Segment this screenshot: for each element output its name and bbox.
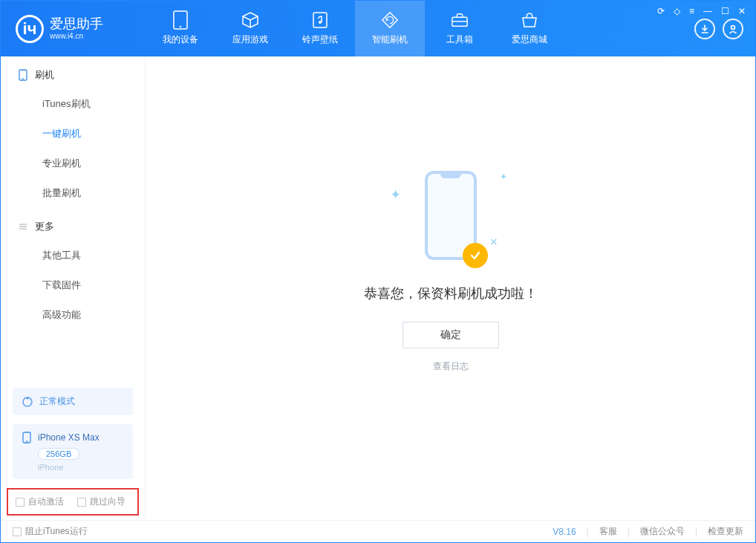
- view-log-link[interactable]: 查看日志: [433, 360, 469, 373]
- sidebar-item-onekey-flash[interactable]: 一键刷机: [1, 119, 145, 149]
- music-icon: [311, 11, 329, 29]
- logo-icon: iч: [16, 15, 44, 43]
- sidebar-section-flash: 刷机: [1, 56, 145, 89]
- svg-point-1: [180, 26, 181, 27]
- maximize-button[interactable]: ☐: [720, 4, 731, 18]
- success-message: 恭喜您，保资料刷机成功啦！: [364, 284, 538, 302]
- window-controls: ⟳ ◇ ≡ — ☐ ✕: [656, 4, 747, 18]
- nav-ringtones-wallpapers[interactable]: 铃声壁纸: [285, 1, 355, 56]
- wechat-link[interactable]: 微信公众号: [640, 525, 685, 538]
- logo[interactable]: iч 爱思助手 www.i4.cn: [1, 15, 146, 43]
- sparkle-icon: +: [484, 233, 503, 251]
- svg-point-14: [30, 403, 31, 404]
- flash-options-highlight: 自动激活 跳过向导: [7, 488, 139, 516]
- close-button[interactable]: ✕: [737, 4, 747, 18]
- nav-toolbox[interactable]: 工具箱: [425, 1, 495, 56]
- spinner-icon: [22, 396, 33, 408]
- device-mode[interactable]: 正常模式: [13, 388, 133, 415]
- menu-icon[interactable]: ≡: [688, 4, 696, 18]
- device-storage: 256GB: [38, 448, 79, 460]
- menu-icon: [19, 222, 27, 231]
- svg-point-6: [731, 25, 735, 29]
- download-button[interactable]: [694, 19, 715, 39]
- sidebar-item-other-tools[interactable]: 其他工具: [1, 241, 145, 270]
- support-link[interactable]: 客服: [599, 525, 617, 538]
- device-type: iPhone: [38, 463, 124, 472]
- app-header: iч 爱思助手 www.i4.cn 我的设备 应用游戏 铃声壁纸 智能刷机 工具…: [1, 1, 755, 56]
- shop-icon: [521, 11, 538, 29]
- svg-point-13: [27, 397, 29, 399]
- status-bar: 阻止iTunes运行 V8.16 | 客服 | 微信公众号 | 检查更新: [1, 520, 755, 542]
- check-badge-icon: [463, 243, 488, 268]
- device-icon: [172, 11, 189, 29]
- sidebar-item-advanced[interactable]: 高级功能: [1, 300, 145, 330]
- app-title: 爱思助手: [50, 17, 103, 32]
- svg-point-3: [319, 21, 322, 24]
- sparkle-icon: ✦: [500, 172, 507, 182]
- device-info[interactable]: iPhone XS Max 256GB iPhone: [13, 424, 133, 479]
- refresh-icon: [381, 11, 399, 29]
- sidebar-item-batch-flash[interactable]: 批量刷机: [1, 178, 145, 208]
- app-url: www.i4.cn: [50, 32, 103, 40]
- sidebar-item-itunes-flash[interactable]: iTunes刷机: [1, 89, 145, 119]
- sidebar-item-pro-flash[interactable]: 专业刷机: [1, 149, 145, 178]
- nav-smart-flash[interactable]: 智能刷机: [355, 1, 425, 56]
- phone-icon: [19, 69, 27, 81]
- sidebar-item-download-firmware[interactable]: 下载固件: [1, 270, 145, 300]
- nav-my-device[interactable]: 我的设备: [146, 1, 215, 56]
- header-actions: [694, 19, 755, 39]
- minimize-button[interactable]: —: [702, 4, 714, 18]
- success-illustration: ✦ ✦ +: [377, 160, 525, 271]
- device-name: iPhone XS Max: [38, 432, 100, 443]
- main-content: ✦ ✦ + 恭喜您，保资料刷机成功啦！ 确定 查看日志: [146, 56, 755, 520]
- svg-point-8: [22, 78, 24, 79]
- user-button[interactable]: [723, 19, 743, 39]
- checkbox-block-itunes[interactable]: 阻止iTunes运行: [13, 525, 88, 538]
- check-update-link[interactable]: 检查更新: [708, 525, 743, 538]
- nav-store[interactable]: 爱思商城: [495, 1, 564, 56]
- checkbox-icon: [13, 527, 22, 536]
- sidebar-section-more: 更多: [1, 208, 145, 241]
- cube-icon: [241, 11, 259, 29]
- sync-icon[interactable]: ⟳: [656, 4, 666, 18]
- confirm-button[interactable]: 确定: [403, 322, 499, 348]
- checkbox-icon: [77, 498, 86, 507]
- main-nav: 我的设备 应用游戏 铃声壁纸 智能刷机 工具箱 爱思商城: [146, 1, 694, 56]
- sidebar: 刷机 iTunes刷机 一键刷机 专业刷机 批量刷机 更多 其他工具 下载固件 …: [1, 56, 146, 520]
- phone-icon: [22, 432, 32, 443]
- checkbox-icon: [16, 498, 25, 507]
- svg-point-16: [26, 440, 27, 442]
- nav-apps-games[interactable]: 应用游戏: [215, 1, 285, 56]
- svg-rect-2: [313, 13, 327, 27]
- tshirt-icon[interactable]: ◇: [672, 4, 682, 18]
- checkbox-skip-guide[interactable]: 跳过向导: [77, 495, 126, 508]
- toolbox-icon: [451, 11, 469, 29]
- checkbox-auto-activate[interactable]: 自动激活: [16, 495, 64, 508]
- sparkle-icon: ✦: [390, 186, 401, 203]
- version-label: V8.16: [553, 527, 576, 537]
